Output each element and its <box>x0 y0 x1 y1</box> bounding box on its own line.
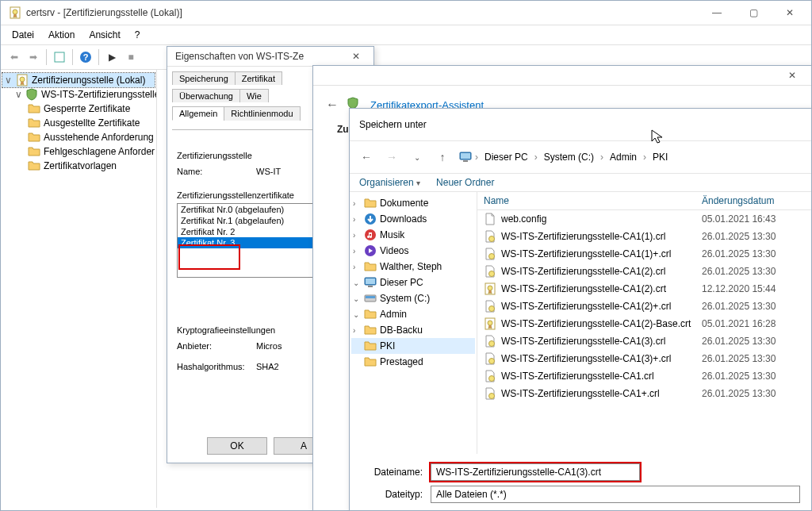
expand-icon[interactable]: › <box>353 263 361 271</box>
console-tree[interactable]: ∨Zertifizierungsstelle (Lokal) ∨WS-ITS-Z… <box>1 70 157 508</box>
properties-button[interactable] <box>51 48 68 66</box>
file-row[interactable]: WS-ITS-Zertifizierungsstelle-CA1.crl26.0… <box>477 367 811 385</box>
organize-menu[interactable]: Organisieren ▾ <box>359 177 420 188</box>
tab-general[interactable]: Allgemein <box>172 106 224 121</box>
props-title: Eigenschaften von WS-ITS-Ze <box>170 51 342 62</box>
nav-up-icon[interactable]: ↑ <box>434 151 451 163</box>
nav-tree-item[interactable]: PKI <box>351 338 475 354</box>
col-date[interactable]: Änderungsdatum <box>702 195 805 206</box>
file-name: WS-ITS-Zertifizierungsstelle-CA1+.crl <box>501 388 660 399</box>
video-icon <box>364 244 377 257</box>
expand-icon[interactable]: › <box>353 231 361 240</box>
tree-ca[interactable]: ∨WS-ITS-Zertifizierungsstelle-C <box>2 87 155 102</box>
close-button[interactable]: ✕ <box>772 1 808 25</box>
crt-icon <box>484 317 496 330</box>
ok-button[interactable]: OK <box>207 437 267 455</box>
menu-help[interactable]: ? <box>128 27 147 43</box>
help-button[interactable]: ? <box>77 48 94 66</box>
file-row[interactable]: WS-ITS-Zertifizierungsstelle-CA1+.crl26.… <box>477 385 811 402</box>
crl-icon <box>484 230 496 243</box>
file-date: 26.01.2025 13:30 <box>702 388 805 399</box>
file-name: WS-ITS-Zertifizierungsstelle-CA1(2)+.crl <box>501 301 671 312</box>
file-row[interactable]: WS-ITS-Zertifizierungsstelle-CA1(1).crl2… <box>477 228 811 245</box>
col-name[interactable]: Name <box>484 195 702 206</box>
expand-icon[interactable]: › <box>353 215 361 224</box>
tree-item[interactable]: Ausgestellte Zertifikate <box>2 116 155 130</box>
tab-audit[interactable]: Überwachung <box>172 89 240 102</box>
menu-view[interactable]: Ansicht <box>82 27 126 43</box>
file-list[interactable]: Name Änderungsdatum web.config05.01.2021… <box>477 192 811 454</box>
tab-recovery[interactable]: Wie <box>239 89 269 102</box>
nav-tree-label: Videos <box>380 245 408 256</box>
filename-input[interactable] <box>431 463 640 481</box>
breadcrumb[interactable]: ›Dieser PC ›System (C:) ›Admin ›PKI <box>459 150 803 164</box>
play-button[interactable]: ▶ <box>103 48 121 66</box>
nav-tree-item[interactable]: ›Walther, Steph <box>351 259 475 275</box>
menu-file[interactable]: Datei <box>6 27 40 43</box>
menu-action[interactable]: Aktion <box>42 27 81 43</box>
props-close-button[interactable]: ✕ <box>342 47 370 66</box>
tab-storage[interactable]: Speicherung <box>172 71 236 85</box>
nav-tree-item[interactable]: ›Dokumente <box>351 195 475 211</box>
tab-policy[interactable]: Richtlinienmodu <box>224 106 300 121</box>
nav-tree-item[interactable]: ›Downloads <box>351 211 475 227</box>
expand-icon[interactable]: › <box>353 326 361 335</box>
wizard-back-icon[interactable]: ← <box>326 98 339 112</box>
wizard-titlebar: ✕ <box>313 66 811 86</box>
file-date: 26.01.2025 13:30 <box>702 248 805 259</box>
name-label: Name: <box>177 167 256 176</box>
nav-recent-icon[interactable]: ⌄ <box>408 153 426 162</box>
stop-button[interactable]: ■ <box>122 48 140 66</box>
expand-icon[interactable]: › <box>353 199 361 208</box>
drive-icon <box>364 292 377 305</box>
nav-tree-item[interactable]: ›DB-Backu <box>351 322 475 338</box>
tree-item[interactable]: Gesperrte Zertifikate <box>2 102 155 116</box>
new-folder-button[interactable]: Neuer Ordner <box>436 177 494 188</box>
file-row[interactable]: WS-ITS-Zertifizierungsstelle-CA1(2)-Base… <box>477 315 811 332</box>
tree-item[interactable]: Fehlgeschlagene Anforder <box>2 144 155 159</box>
file-name: WS-ITS-Zertifizierungsstelle-CA1(2).crl <box>501 266 665 277</box>
file-name: WS-ITS-Zertifizierungsstelle-CA1(3).crl <box>501 336 665 347</box>
minimize-button[interactable]: — <box>699 1 735 25</box>
expand-icon[interactable]: ⌄ <box>353 310 361 319</box>
hash-label: Hashalgorithmus: <box>177 362 256 371</box>
nav-tree-item[interactable]: ⌄System (C:) <box>351 290 475 306</box>
nav-tree-item[interactable]: ›Musik <box>351 227 475 243</box>
expand-icon[interactable]: ⌄ <box>353 279 361 287</box>
tree-root[interactable]: ∨Zertifizierungsstelle (Lokal) <box>2 73 155 87</box>
nav-tree-item[interactable]: ›Videos <box>351 243 475 259</box>
tab-certmgr[interactable]: Zertifikat <box>235 71 282 85</box>
folder-icon <box>364 197 377 209</box>
file-row[interactable]: WS-ITS-Zertifizierungsstelle-CA1(2).crl2… <box>477 263 811 280</box>
tree-item[interactable]: Ausstehende Anforderung <box>2 130 155 144</box>
nav-tree-item[interactable]: ⌄Admin <box>351 306 475 322</box>
save-nav-tree[interactable]: ›Dokumente›Downloads›Musik›Videos›Walthe… <box>350 192 477 454</box>
nav-tree-label: PKI <box>380 340 395 352</box>
nav-tree-item[interactable]: ⌄Dieser PC <box>351 275 475 290</box>
nav-back-icon[interactable]: ← <box>358 151 375 163</box>
file-row[interactable]: WS-ITS-Zertifizierungsstelle-CA1(3)+.crl… <box>477 350 811 367</box>
folder-icon <box>28 117 40 129</box>
nav-tree-label: System (C:) <box>380 293 430 304</box>
forward-button[interactable]: ➡ <box>25 48 42 66</box>
file-date: 26.01.2025 13:30 <box>702 371 805 382</box>
file-name: web.config <box>501 213 546 225</box>
props-titlebar: Eigenschaften von WS-ITS-Ze ✕ <box>167 47 373 67</box>
file-row[interactable]: WS-ITS-Zertifizierungsstelle-CA1(3).crl2… <box>477 332 811 350</box>
wizard-close-button[interactable]: ✕ <box>776 66 808 85</box>
file-row[interactable]: web.config05.01.2021 16:43 <box>477 210 811 228</box>
maximize-button[interactable]: ▢ <box>735 1 772 25</box>
nav-forward-icon[interactable]: → <box>383 151 400 163</box>
filetype-select[interactable]: Alle Dateien (*.*) <box>431 486 800 503</box>
tree-item[interactable]: Zertifikatvorlagen <box>2 159 155 173</box>
file-row[interactable]: WS-ITS-Zertifizierungsstelle-CA1(2)+.crl… <box>477 298 811 315</box>
save-title: Speichern unter <box>350 109 811 141</box>
file-row[interactable]: WS-ITS-Zertifizierungsstelle-CA1(2).crt1… <box>477 280 811 298</box>
expand-icon[interactable]: › <box>353 247 361 256</box>
expand-icon[interactable]: ⌄ <box>353 294 361 303</box>
file-list-header: Name Änderungsdatum <box>477 192 811 210</box>
nav-tree-item[interactable]: Prestaged <box>351 354 475 370</box>
crl-icon <box>484 300 496 313</box>
back-button[interactable]: ⬅ <box>6 48 23 66</box>
file-row[interactable]: WS-ITS-Zertifizierungsstelle-CA1(1)+.crl… <box>477 245 811 263</box>
